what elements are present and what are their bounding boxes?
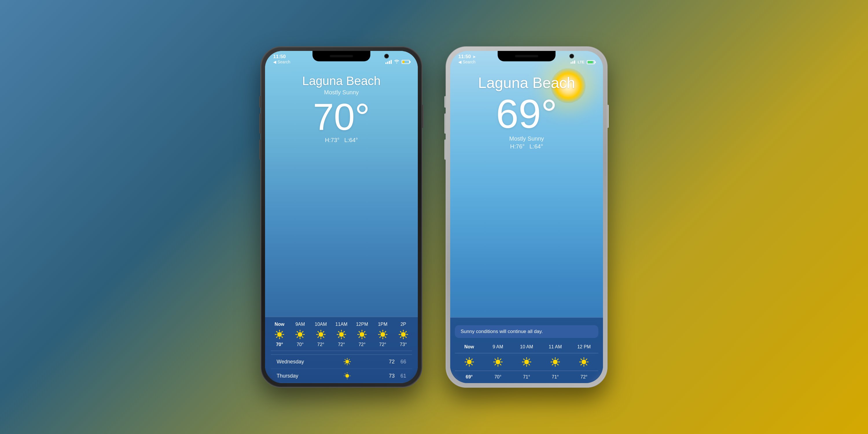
hour-label-12pm-2: 12 PM — [577, 344, 591, 349]
svg-point-96 — [524, 360, 529, 364]
hourly-icons-row-2 — [450, 353, 603, 371]
daily-row-wednesday-1: Wednesday — [271, 355, 412, 369]
search-row-1[interactable]: ◀ Search — [273, 60, 290, 64]
volume-down-2 — [444, 140, 446, 160]
svg-line-53 — [380, 337, 380, 338]
hour-temp-10am-2: 71° — [523, 374, 530, 380]
camera-2 — [569, 54, 574, 58]
power-button-1 — [422, 105, 424, 128]
svg-line-69 — [349, 363, 349, 364]
hour-temp-now-1: 70° — [276, 342, 283, 347]
svg-line-68 — [345, 359, 345, 360]
high-2: H:76° — [510, 143, 525, 150]
svg-point-105 — [553, 360, 558, 364]
svg-line-113 — [552, 364, 553, 365]
svg-line-101 — [523, 359, 524, 360]
svg-line-59 — [400, 332, 401, 333]
signal-bar-1 — [385, 62, 386, 64]
hourly-header-1: Now — [271, 322, 412, 351]
svg-line-15 — [302, 337, 303, 338]
daily-row-thursday-1: Thursday — [271, 369, 412, 383]
svg-line-25 — [323, 332, 324, 333]
svg-line-35 — [338, 337, 339, 338]
weather-content-2: Laguna Beach 69° Mostly Sunny H:76° L:64… — [450, 68, 603, 150]
hour-temp-10am-1: 72° — [317, 342, 324, 347]
high-1: H:73° — [325, 137, 339, 143]
svg-line-23 — [318, 332, 318, 333]
signal-icon-2 — [570, 60, 575, 64]
mute-button-2 — [444, 96, 446, 107]
svg-point-0 — [277, 332, 282, 337]
day-temps-thursday-1: 73 61 — [377, 373, 406, 379]
svg-line-52 — [385, 332, 386, 333]
battery-level-2 — [588, 61, 593, 63]
sun-icon-9am-1 — [295, 329, 305, 340]
sun-icon-now-2 — [464, 357, 474, 367]
hour-col-2p-1: 2P 73° — [395, 322, 412, 347]
hour-col-9am-1: 9AM 70° — [291, 322, 309, 347]
hi-lo-1: H:73° L:64° — [265, 137, 418, 144]
hour-temp-11am-2: 71° — [552, 374, 559, 380]
svg-line-8 — [277, 337, 277, 338]
hour-icon-col-9am-2 — [489, 357, 507, 367]
hour-temp-now-2: 69° — [466, 374, 472, 380]
hour-col-11am-1: 11AM 72° — [333, 322, 350, 347]
lte-label-2: LTE — [578, 60, 585, 64]
hour-icon-col-11am-2 — [547, 357, 564, 367]
day-low-thursday-1: 61 — [400, 373, 406, 379]
svg-point-27 — [339, 332, 344, 337]
city-name-1: Laguna Beach — [265, 74, 418, 88]
svg-point-72 — [345, 374, 349, 378]
status-bar-1: 11:50 ◀ Search — [265, 51, 418, 66]
speaker-2 — [515, 55, 538, 57]
hour-temp-12pm-1: 72° — [359, 342, 365, 347]
svg-line-104 — [523, 364, 524, 365]
status-bar-2: 11:50 ➤ ◀ Search LTE — [450, 51, 603, 66]
sun-icon-thursday — [343, 372, 351, 380]
hour-col-1pm-1: 1PM 72° — [374, 322, 392, 347]
hour-temp-col-9am-2: 70° — [489, 374, 507, 380]
hour-temp-9am-1: 70° — [297, 342, 304, 347]
day-temps-wednesday-1: 72 66 — [377, 359, 406, 365]
hour-icon-col-now-2 — [461, 357, 478, 367]
sun-icon-10am-1 — [316, 329, 326, 340]
bottom-section-1: Now — [265, 317, 418, 383]
hour-icon-col-12pm-2 — [575, 357, 593, 367]
svg-line-93 — [500, 364, 501, 365]
svg-line-122 — [581, 364, 582, 365]
phone-2-shell: 11:50 ➤ ◀ Search LTE — [445, 46, 608, 388]
hour-col-9am-2: 9 AM — [489, 344, 507, 349]
hour-label-now-2: Now — [464, 344, 474, 349]
svg-line-77 — [345, 374, 345, 374]
sun-icon-11am-1 — [336, 329, 347, 340]
day-name-wednesday-1: Wednesday — [277, 359, 317, 365]
hour-icon-col-10am-2 — [518, 357, 535, 367]
hour-temp-11am-1: 72° — [338, 342, 345, 347]
hour-col-12pm-1: 12PM 72° — [353, 322, 371, 347]
phone-1-screen: 11:50 ◀ Search — [265, 51, 418, 383]
svg-line-34 — [343, 332, 344, 333]
volume-up-1 — [259, 114, 261, 134]
svg-point-9 — [298, 332, 302, 337]
volume-down-1 — [259, 140, 261, 160]
sun-icon-9am-2 — [493, 357, 503, 367]
svg-point-114 — [582, 360, 586, 364]
day-low-wednesday-1: 66 — [400, 359, 406, 365]
signal-bar-2 — [387, 62, 388, 64]
hour-label-2p-1: 2P — [400, 322, 406, 327]
search-row-2[interactable]: ◀ Search — [458, 60, 475, 64]
svg-line-103 — [529, 359, 529, 360]
svg-line-92 — [495, 359, 496, 360]
svg-line-120 — [586, 364, 587, 365]
hour-label-10am-2: 10 AM — [520, 344, 533, 349]
svg-line-112 — [558, 359, 558, 360]
svg-line-50 — [380, 332, 380, 333]
svg-line-85 — [471, 359, 472, 360]
search-label-1: Search — [277, 60, 290, 64]
battery-level-1 — [402, 61, 404, 63]
svg-line-61 — [405, 332, 406, 333]
svg-line-110 — [552, 359, 553, 360]
speaker-1 — [330, 55, 353, 57]
svg-line-62 — [400, 337, 401, 338]
phone-1-shell: 11:50 ◀ Search — [260, 46, 423, 388]
